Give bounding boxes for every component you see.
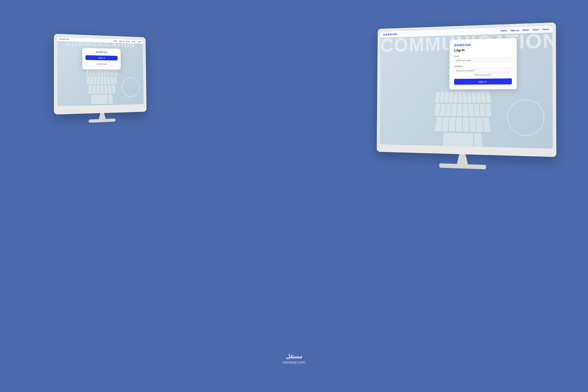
large-nav-home1[interactable]: Home	[501, 30, 507, 32]
small-monitor: COMMUNICATION	[54, 34, 146, 124]
large-card-title: Log in	[454, 47, 512, 52]
small-card-brand: DARDISH	[86, 51, 118, 54]
email-label: Email	[454, 54, 512, 57]
large-monitor-base	[439, 163, 486, 169]
password-input[interactable]	[454, 68, 512, 74]
small-nav-signup[interactable]: Sign up	[119, 40, 124, 42]
large-login-card: DARDISH Log in Email password Forgot you…	[450, 38, 517, 90]
forgot-password-link[interactable]: Forgot your password	[454, 74, 512, 76]
large-monitor-screen: COMMUNICATION	[380, 26, 553, 149]
large-card-brand: DARDISH	[454, 42, 512, 47]
small-monitor-screen: COMMUNICATION	[57, 37, 144, 106]
large-monitor-frame: COMMUNICATION	[377, 22, 556, 157]
small-create-button[interactable]: Create Account	[86, 62, 118, 66]
watermark-arabic: مستقل	[283, 353, 305, 360]
small-monitor-frame: COMMUNICATION	[54, 34, 146, 114]
large-nav-signup[interactable]: Sign up	[510, 29, 519, 32]
large-signin-button[interactable]: sign in	[454, 78, 512, 85]
large-nav-home2[interactable]: Home	[522, 28, 529, 31]
small-nav-home4[interactable]: Home	[138, 41, 141, 42]
large-nav-logo: DARDISH	[384, 33, 397, 36]
small-nav-home3[interactable]: Home	[132, 41, 136, 42]
large-nav-links: Home Sign up Home Home Home	[501, 28, 549, 32]
large-monitor-neck	[455, 154, 470, 164]
small-nav-home1[interactable]: Home	[114, 40, 117, 42]
large-monitor: COMMUNICATION	[377, 22, 556, 172]
small-monitor-neck	[98, 113, 107, 119]
small-monitor-base	[88, 118, 116, 123]
password-label: password	[454, 64, 512, 68]
large-screen-content: COMMUNICATION	[380, 26, 553, 149]
small-screen-content: COMMUNICATION	[57, 37, 144, 106]
small-nav-logo: DARDISH	[59, 38, 70, 40]
scene: COMMUNICATION	[20, 20, 568, 372]
small-login-card: DARDISH sign in Create Account	[82, 48, 121, 70]
small-signin-button[interactable]: sign in	[86, 55, 118, 60]
watermark-latin: mostaql.com	[283, 360, 305, 364]
small-nav-links: Home Sign up Home Home Home	[114, 40, 141, 42]
small-nav-home2[interactable]: Home	[126, 41, 130, 42]
watermark: مستقل mostaql.com	[283, 353, 305, 364]
large-nav-home3[interactable]: Home	[532, 28, 539, 31]
large-nav-home4[interactable]: Home	[543, 28, 549, 30]
email-input[interactable]	[454, 57, 512, 64]
